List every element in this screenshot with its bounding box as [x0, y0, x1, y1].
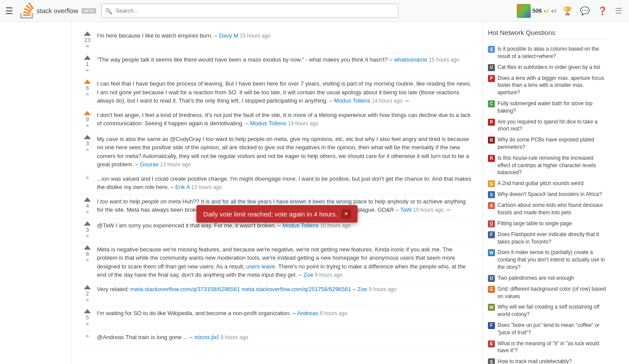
help-icon[interactable]: ❓ — [596, 4, 609, 17]
upvote-button[interactable] — [84, 197, 91, 202]
hot-item-text: Fitting large table to single page — [498, 220, 572, 227]
comment-link1[interactable]: meta.stackoverflow.com/q/373158/6296561 — [131, 286, 240, 292]
site-icon: U — [488, 64, 495, 71]
flag-button[interactable]: ⚑ — [85, 148, 90, 153]
comment-time: 10 hours ago — [413, 207, 444, 213]
comment-time: 15 hours ago — [429, 57, 460, 63]
upvote-button[interactable] — [84, 31, 91, 36]
review-icon[interactable]: ☰ — [613, 4, 624, 17]
flag-button[interactable]: ⚑ — [85, 298, 90, 303]
hot-network-item[interactable]: RWhy do some PCBs have exposed plated pe… — [488, 134, 607, 153]
comment-vote-area: 23⚑ — [80, 31, 94, 50]
comment-item: 9⚑I don't feel anger, I feel a kind of t… — [80, 108, 473, 132]
hamburger-menu[interactable]: ☰ — [5, 6, 13, 16]
upvote-button[interactable] — [84, 285, 91, 289]
search-input[interactable] — [101, 3, 398, 18]
hot-item-text: Two palindromes are not enough — [498, 275, 574, 282]
hot-network-item[interactable]: CFully submerged water bath for stove to… — [488, 98, 607, 117]
edit-icon[interactable]: ✏ — [447, 207, 451, 213]
hot-network-item[interactable]: RAre you required to spend hit dice to t… — [488, 117, 607, 135]
comment-author[interactable]: Zoe — [304, 271, 313, 278]
comment-author[interactable]: whatsisname — [394, 56, 427, 63]
hot-item-text: Does Flashpoint ever indicate directly t… — [498, 231, 607, 246]
hot-network-item[interactable]: WDoes it make sense to (partially) creat… — [488, 247, 607, 272]
comment-author[interactable]: Davy M — [219, 32, 238, 39]
achievements-icon[interactable]: 🏆 — [561, 4, 574, 17]
comment-text: Very related: meta.stackoverflow.com/q/3… — [97, 285, 473, 294]
comment-item: 1⚑"The way people talk it seems like the… — [80, 53, 473, 77]
hot-network-item[interactable]: PDoes a lens with a bigger max. aperture… — [488, 73, 607, 98]
hot-network-item[interactable]: EWhat is the meaning of "it" in "as luck… — [488, 338, 607, 357]
hot-network-item[interactable]: RIs this house-rule removing the increas… — [488, 153, 607, 178]
comment-vote-area: 3⚑ — [80, 221, 94, 240]
users-leave-link[interactable]: users leave — [246, 263, 275, 270]
hot-network-item[interactable]: FDoes "boire un jus" tend to mean "coffe… — [488, 320, 607, 338]
flag-button[interactable]: ⚑ — [85, 258, 90, 264]
flag-button[interactable]: ⚑ — [85, 210, 90, 216]
upvote-button[interactable] — [84, 135, 91, 139]
hot-network-item[interactable]: SWhy doesn't SpaceX land boosters in Afr… — [488, 189, 607, 200]
vote-count: 2 — [86, 290, 89, 297]
comment-author[interactable]: Andreas — [297, 310, 318, 316]
flag-button[interactable]: ⚑ — [85, 44, 90, 50]
hot-network-item[interactable]: SHow to track mail undetectably? — [488, 356, 607, 364]
hot-item-text: Are you required to spend hit dice to ta… — [498, 118, 607, 133]
comment-author[interactable]: TaW — [400, 206, 411, 213]
upvote-button[interactable] — [84, 221, 91, 226]
hot-network-item[interactable]: {}Fitting large table to single page — [488, 218, 607, 229]
upvote-button[interactable] — [84, 309, 91, 313]
comment-author[interactable]: Modus Tollens — [334, 97, 370, 104]
site-icon: S — [488, 46, 495, 53]
comment-link2[interactable]: meta.stackoverflow.com/q/251758/6296561 — [242, 286, 351, 292]
upvote-button[interactable] — [84, 111, 91, 115]
site-icon: E — [488, 340, 495, 347]
flag-button[interactable]: ⚑ — [85, 334, 90, 340]
hot-network-item[interactable]: WWhy will we fail creating a self sustai… — [488, 302, 607, 320]
hot-network-item[interactable]: ACartoon about some kids who found dinos… — [488, 200, 607, 218]
comment-item: 8⚑Meta is negative because we're missing… — [80, 243, 473, 282]
flag-button[interactable]: ⚑ — [85, 234, 90, 240]
comment-text: My case is also the same as @CodyGray I … — [97, 135, 473, 169]
comment-author[interactable]: Modus Tollens — [250, 120, 287, 127]
comment-item: 3⚑My case is also the same as @CodyGray … — [80, 132, 473, 172]
upvote-button[interactable] — [84, 245, 91, 250]
gold-badge: ●2 — [543, 8, 549, 14]
flag-button[interactable]: ⚑ — [85, 124, 90, 129]
flag-button[interactable]: ⚑ — [85, 92, 90, 98]
comment-text: I'm here because I like to watch empires… — [97, 31, 473, 40]
hot-item-text: How to track mail undetectably? — [498, 358, 572, 364]
comment-author[interactable]: πάντα ῥεῖ — [194, 334, 219, 340]
hot-network-item[interactable]: GGrid: different background color (of ro… — [488, 284, 607, 302]
site-logo[interactable]: stack overflow META — [20, 3, 96, 19]
comment-author[interactable]: Modus Tollens — [282, 222, 318, 229]
comment-author[interactable]: Erik A — [175, 184, 190, 190]
hot-network-item[interactable]: GA 2nd hand guitar pitch sounds weird — [488, 178, 607, 189]
hot-network-item[interactable]: UCat files in subfolders in order given … — [488, 62, 607, 73]
edit-icon[interactable]: ✏ — [405, 98, 409, 103]
comment-time: 14 hours ago — [372, 98, 402, 104]
hot-item-text: A 2nd hand guitar pitch sounds weird — [498, 180, 584, 187]
comment-time: 14 hours ago — [288, 120, 318, 127]
hot-network-item[interactable]: FDoes Flashpoint ever indicate directly … — [488, 229, 607, 247]
page-wrap: 23⚑I'm here because I like to watch empi… — [0, 22, 629, 364]
comment-item: ⚑@Andreas That train is long gone ... – … — [80, 330, 473, 345]
avatar[interactable] — [517, 4, 531, 18]
hot-network-item[interactable]: SIs it possible to alias a column based … — [488, 44, 607, 62]
toast-container: Daily vote limit reached; vote again in … — [197, 205, 358, 223]
comment-author[interactable]: Gourav — [140, 161, 159, 168]
hot-network-item[interactable]: UTwo palindromes are not enough — [488, 273, 607, 284]
site-icon: G — [488, 180, 495, 187]
comment-text: I can feel that I have begun the process… — [97, 79, 473, 105]
upvote-button[interactable] — [84, 79, 91, 84]
vote-count: 9 — [86, 116, 89, 123]
inbox-icon[interactable]: 💬 — [578, 4, 591, 17]
vote-limit-toast: Daily vote limit reached; vote again in … — [197, 205, 358, 223]
toast-close-button[interactable]: × — [342, 209, 350, 218]
comment-author[interactable]: Zoe — [357, 286, 367, 292]
upvote-button[interactable] — [84, 55, 91, 60]
comment-vote-area: ⚑ — [80, 175, 94, 181]
flag-button[interactable]: ⚑ — [85, 68, 90, 74]
flag-button[interactable]: ⚑ — [85, 175, 90, 181]
flag-button[interactable]: ⚑ — [85, 322, 90, 327]
italic-comment-prefix: I too want to help people on meta — [97, 198, 181, 205]
